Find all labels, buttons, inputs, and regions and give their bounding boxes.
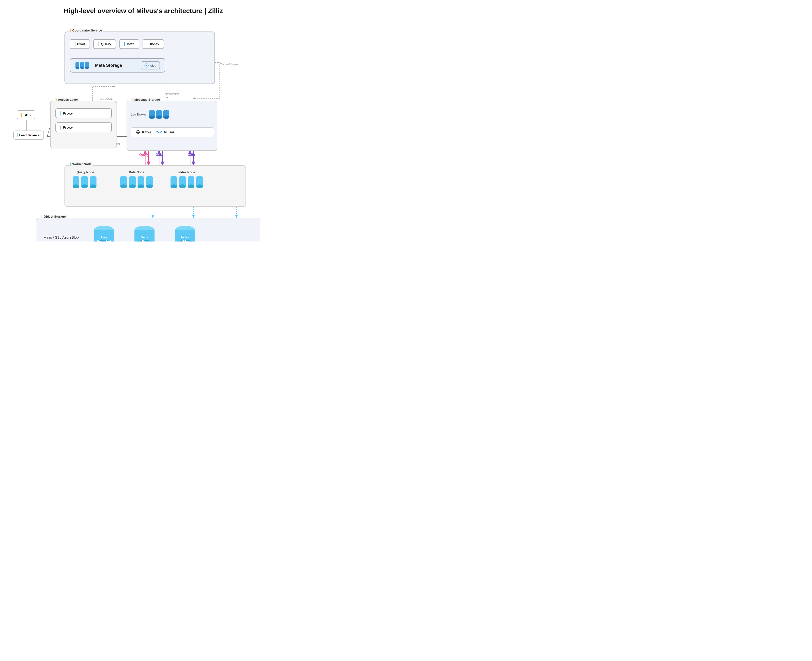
message-section: Message Storage Log Broker xyxy=(127,101,217,151)
load-balancer-box: Load Balancer xyxy=(13,131,44,140)
index-node-cylinders xyxy=(170,176,203,190)
delta-file-cylinder: Delta File xyxy=(134,225,155,241)
gear-icon xyxy=(144,63,149,67)
svg-point-46 xyxy=(139,131,141,133)
object-provider-label: Minio / S3 / AzureBlob xyxy=(43,235,79,239)
delta-file-item: Delta File xyxy=(134,225,155,241)
etcd-label: etcd xyxy=(150,64,156,67)
svg-point-55 xyxy=(81,184,88,188)
etcd-badge: etcd xyxy=(141,61,160,69)
log-snapshot-cylinder: Log Snapshot xyxy=(93,225,115,241)
meta-storage-cylinders xyxy=(75,61,92,70)
svg-point-44 xyxy=(137,133,139,134)
kafka-item: Kafka xyxy=(135,129,151,135)
log-snapshot-item: Log Snapshot xyxy=(93,225,115,241)
worker-section: Worker Node Query Node Data xyxy=(64,165,246,207)
architecture-diagram: SDK Load Balancer Coordinator Service Ro… xyxy=(12,22,275,237)
proxy-nodes: Proxy Proxy xyxy=(51,101,117,132)
svg-point-33 xyxy=(85,67,89,69)
svg-point-82 xyxy=(196,184,203,188)
query-label-coord: Query xyxy=(101,42,111,46)
coordinator-nodes: Root Query Data Index xyxy=(70,39,164,49)
root-label: Root xyxy=(77,42,85,46)
kafka-label-text: Kafka xyxy=(142,130,151,134)
svg-point-43 xyxy=(137,130,139,131)
svg-point-73 xyxy=(171,184,177,188)
storage-items: Log Snapshot Delta File xyxy=(93,225,196,241)
svg-point-27 xyxy=(75,67,79,69)
query-node-group: Query Node xyxy=(72,170,98,190)
sdk-box: SDK xyxy=(17,110,35,119)
svg-text:Delta: Delta xyxy=(141,236,149,239)
index-node-label: Index Node xyxy=(178,170,195,174)
svg-text:File: File xyxy=(142,239,147,241)
pulsar-icon xyxy=(156,129,163,135)
svg-point-42 xyxy=(163,115,169,119)
access-label: Access Layer xyxy=(54,98,79,101)
meta-storage-box: Meta Storage etcd xyxy=(70,58,165,73)
svg-point-67 xyxy=(138,184,144,188)
index-label-coord: Index xyxy=(150,42,159,46)
svg-point-70 xyxy=(146,184,153,188)
svg-point-76 xyxy=(179,184,186,188)
svg-point-58 xyxy=(90,184,96,188)
svg-point-36 xyxy=(149,115,155,119)
proxy-label-1: Proxy xyxy=(63,111,73,115)
proxy-label-2: Proxy xyxy=(63,125,73,129)
query-arrow-label: Query xyxy=(139,153,149,156)
root-node: Root xyxy=(70,39,90,49)
index-node-group: Index Node xyxy=(170,170,203,190)
access-section: Access Layer Proxy Proxy xyxy=(50,101,117,148)
pulsar-label-text: Pulsar xyxy=(164,130,175,134)
svg-point-64 xyxy=(129,184,136,188)
query-node-coord: Query xyxy=(93,39,116,49)
index-file-cylinder: Index File xyxy=(175,225,196,241)
query-node-label: Query Node xyxy=(77,170,94,174)
lb-label: Load Balancer xyxy=(19,133,41,137)
kafka-pulsar-row: Kafka Pulsar xyxy=(131,128,214,137)
index-node-coord: Index xyxy=(143,39,164,49)
data-node-label: Data Node xyxy=(129,170,144,174)
meta-storage-label: Meta Storage xyxy=(95,63,122,68)
data-node-coord: Data xyxy=(119,39,139,49)
proxy-box-1: Proxy xyxy=(55,109,112,118)
coordinator-section: Coordinator Service Root Query Data Inde… xyxy=(64,32,215,84)
index-file-item: Index File xyxy=(175,225,196,241)
proxy-box-2: Proxy xyxy=(55,123,112,132)
svg-text:Index: Index xyxy=(181,236,189,239)
query-node-cylinders xyxy=(72,176,98,190)
object-section: Object Storage Minio / S3 / AzureBlob Lo… xyxy=(36,218,260,241)
svg-point-45 xyxy=(136,131,137,133)
data-node-cylinders xyxy=(120,176,153,190)
svg-point-79 xyxy=(188,184,194,188)
notification-label: Notification xyxy=(165,93,179,96)
page-title: High-level overview of Milvus's architec… xyxy=(5,7,282,15)
svg-text:Log: Log xyxy=(101,236,107,239)
worker-nodes-row: Query Node Data Node xyxy=(65,166,245,190)
worker-label: Worker Node xyxy=(69,162,93,166)
kafka-icon xyxy=(135,129,141,135)
svg-text:Snapshot: Snapshot xyxy=(97,239,111,241)
data-label-coord: Data xyxy=(127,42,135,46)
data-arrow-label-1: Data xyxy=(156,153,163,156)
ddl-dcl-label: DDL/DCL xyxy=(100,97,112,101)
message-label: Message Storage xyxy=(131,98,162,101)
data-node-group: Data Node xyxy=(120,170,153,190)
coordinator-label: Coordinator Service xyxy=(69,29,103,32)
svg-point-39 xyxy=(156,115,162,119)
log-broker-cylinders xyxy=(149,110,173,119)
object-label: Object Storage xyxy=(40,215,67,218)
svg-point-52 xyxy=(73,184,79,188)
object-content: Minio / S3 / AzureBlob Log Snapshot xyxy=(36,218,260,241)
pulsar-item: Pulsar xyxy=(156,129,175,135)
data-arrow-label-2: Data xyxy=(188,153,195,156)
log-broker-label: Log Broker xyxy=(131,113,146,116)
sdk-label: SDK xyxy=(23,113,31,117)
svg-text:File: File xyxy=(182,239,187,241)
log-broker-row: Log Broker xyxy=(131,110,173,119)
svg-point-30 xyxy=(80,67,84,69)
dml-label: DML xyxy=(115,142,121,146)
svg-point-61 xyxy=(120,184,127,188)
control-signal-label: Control Signal xyxy=(220,62,239,66)
